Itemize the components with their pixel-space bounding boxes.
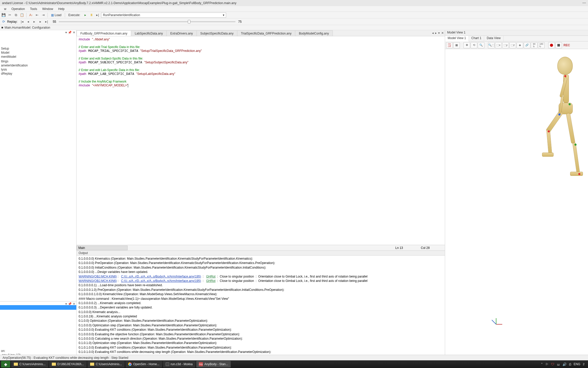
mv-rec-label: REC	[564, 43, 570, 47]
tree-item[interactable]: mentModel	[0, 55, 76, 59]
output-body[interactable]: 0.1.0.0.0.0) Kinematics (Operation: Main…	[77, 256, 445, 356]
model-view-toolbar: OnOff ▦ ✥ ⟲ 🔍 🔍⬚ ⬚x ⬚y ⬚z ◈ 🔗 90↻ 180↻ R…	[445, 41, 588, 49]
font-a-icon[interactable]: A↕	[28, 13, 33, 18]
replay-first-icon[interactable]: |◂	[20, 19, 25, 24]
tray-network-icon[interactable]: ⚍	[557, 362, 560, 366]
replay-slider[interactable]	[59, 21, 236, 22]
mokka-icon	[166, 362, 169, 366]
mv-view-yz-icon[interactable]: ⬚y	[502, 42, 509, 48]
mv-link-icon[interactable]: 🔗	[524, 42, 530, 48]
menu-item[interactable]: w	[2, 7, 9, 11]
menu-item[interactable]: Operation	[9, 7, 28, 11]
tab-chart[interactable]: Chart 1	[469, 36, 484, 41]
mv-view-iso-icon[interactable]: ◈	[517, 42, 523, 48]
pane-dropdown-icon[interactable]: ▾	[65, 302, 67, 306]
tab-prev-icon[interactable]: ◂	[432, 31, 434, 35]
tree-item[interactable]: Model	[0, 51, 76, 55]
output-title: Output	[77, 251, 445, 256]
pane-close-icon[interactable]: ✕	[73, 31, 75, 34]
tray-chevron-icon[interactable]: ˄	[541, 362, 543, 366]
tab-file[interactable]: TrialSpecificData_GRFPrediction.any	[237, 30, 295, 36]
tree-item[interactable]: ameterIdentification	[0, 63, 76, 67]
replay-prev-icon[interactable]: ◂	[26, 19, 31, 24]
tab-next-icon[interactable]: ▸	[435, 31, 437, 35]
replay-play-icon[interactable]: ▸	[32, 19, 37, 24]
mv-zoom-icon[interactable]: 🔍	[478, 42, 484, 48]
tree-item[interactable]: dReplay	[0, 72, 76, 76]
mv-rot180-icon[interactable]: 180↻	[538, 42, 545, 48]
menu-item[interactable]: Tools	[27, 7, 40, 11]
tab-file[interactable]: SubjectSpecificData.any	[197, 30, 237, 36]
tree2-icon[interactable]: ⇥	[41, 13, 46, 18]
pane-close-icon[interactable]: ✕	[73, 302, 75, 306]
mv-grid-icon[interactable]: ▦	[453, 42, 460, 48]
system-tray: ˄ ⚐ 🛡 ⚍ 🔊 ⎙ ENG 2	[538, 362, 587, 366]
tree-item[interactable]: lysis	[0, 67, 76, 72]
tray-icon[interactable]: ⎙	[569, 362, 571, 366]
tree-item[interactable]: Setup	[0, 47, 76, 51]
pane-dropdown-icon[interactable]: ▾	[65, 31, 67, 34]
start-button[interactable]: ◆	[1, 361, 10, 367]
mv-rot90-icon[interactable]: 90↻	[531, 42, 537, 48]
mv-record-icon[interactable]	[548, 42, 555, 48]
anybody-icon: Any	[199, 362, 203, 366]
tray-shield-icon[interactable]: 🛡	[551, 362, 554, 366]
statusbar: AnyOperation(56:75) : Evaluating KKT con…	[0, 355, 588, 360]
window-titlebar: andard License - C:\Users\Administrator\…	[0, 0, 588, 6]
taskbar-item[interactable]: C:\Users\Adminis...	[88, 361, 125, 367]
tray-flag-icon[interactable]: ⚐	[545, 362, 548, 366]
tray-language[interactable]: ENG	[574, 362, 580, 366]
editor-tabs: FullBody_GRFPrediction.main.any LabSpeci…	[77, 30, 445, 36]
taskbar-item[interactable]: run.c3d - Mokka	[163, 361, 195, 367]
cut-icon[interactable]: ✂	[7, 13, 12, 18]
tab-model-view[interactable]: Model View 1	[445, 36, 469, 41]
breadcrumb: Main.HumanModel: Configuration	[0, 25, 588, 30]
tab-file[interactable]: ExtraDrivers.any	[166, 30, 197, 36]
tab-file[interactable]: BodyModelConfig.any	[295, 30, 333, 36]
mv-view-xz-icon[interactable]: ⬚z	[509, 42, 516, 48]
tree-icon[interactable]: ⇤	[34, 13, 40, 18]
tab-file[interactable]: LabSpecificData.any	[131, 30, 167, 36]
tree-item[interactable]: ttings	[0, 59, 76, 63]
main-toolbar: 💾 ✂ ⧉ 📋 A↕ ⇤ ⇥ ▦ Load Execute: ▸ ⏸ ▸| Ru…	[0, 12, 588, 18]
mv-view-xy-icon[interactable]: ⬚x	[495, 42, 502, 48]
model-view-canvas[interactable]	[445, 49, 588, 360]
mv-pan-icon[interactable]: ✥	[463, 42, 470, 48]
taskbar-item[interactable]: OpenSim - Home...	[126, 361, 162, 367]
copy-icon[interactable]: ⧉	[13, 13, 18, 18]
tray-speaker-icon[interactable]: 🔊	[562, 362, 567, 366]
replay-last-icon[interactable]: ▸|	[44, 19, 49, 24]
menu-item[interactable]: Help	[56, 7, 67, 11]
tab-list-icon[interactable]: ▾	[438, 31, 440, 35]
step-end-icon[interactable]: ▸|	[95, 13, 100, 18]
slider-thumb[interactable]	[188, 20, 190, 24]
window-minimize-icon[interactable]: —	[582, 1, 586, 5]
taskbar-item[interactable]: D:\360JIEYA\360\...	[49, 361, 87, 367]
taskbar-item[interactable]: C:\Users\Adminis...	[11, 361, 48, 367]
code-editor[interactable]: #include "../libdef.any" // Enter and ed…	[77, 36, 445, 245]
pane-pin-icon[interactable]: 📌	[68, 302, 72, 306]
tab-data-view[interactable]: Data View	[484, 36, 503, 41]
menu-item[interactable]: Window	[40, 7, 56, 11]
run-icon[interactable]: ▸	[83, 13, 88, 18]
selected-row[interactable]	[0, 305, 76, 310]
tibia-bone	[572, 142, 580, 173]
pane-pin-icon[interactable]: 📌	[68, 31, 72, 34]
save-icon[interactable]: 💾	[1, 13, 6, 18]
tab-close-icon[interactable]: ✕	[441, 31, 444, 35]
replay-icon[interactable]: ⟳	[1, 19, 6, 24]
mv-onoff-button[interactable]: OnOff	[446, 42, 453, 48]
mv-zoom-rect-icon[interactable]: 🔍⬚	[488, 42, 495, 48]
replay-next-icon[interactable]: ▸	[38, 19, 43, 24]
load-button[interactable]: ▦ Load	[50, 13, 63, 17]
tray-time[interactable]: 2	[583, 363, 584, 366]
mv-rotate-icon[interactable]: ⟲	[471, 42, 477, 48]
editor-scope[interactable]: Main	[77, 246, 128, 250]
pause-icon[interactable]: ⏸	[89, 13, 94, 18]
mv-stop-icon[interactable]	[555, 42, 562, 48]
operation-combo[interactable]: RunParameterIdentification ▾	[101, 13, 226, 18]
window-title: andard License - C:\Users\Administrator\…	[2, 1, 236, 5]
paste-icon[interactable]: 📋	[19, 13, 24, 18]
taskbar-item[interactable]: Any AnyBody - Stan...	[196, 361, 231, 367]
tab-file[interactable]: FullBody_GRFPrediction.main.any	[77, 30, 131, 36]
